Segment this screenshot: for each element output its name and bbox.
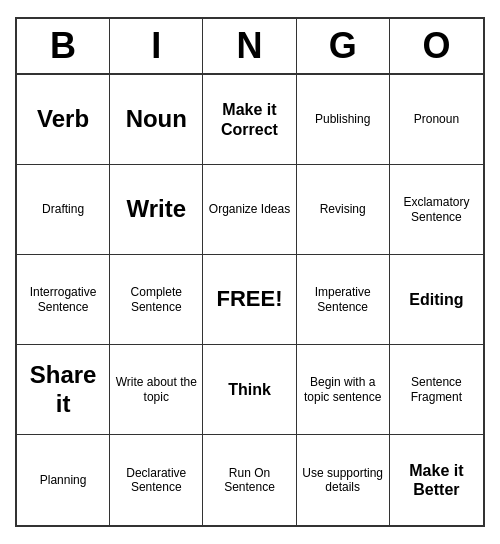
cell-text: Noun bbox=[126, 105, 187, 134]
bingo-cell: Exclamatory Sentence bbox=[390, 165, 483, 255]
cell-text: Planning bbox=[40, 473, 87, 487]
cell-text: Editing bbox=[409, 290, 463, 309]
bingo-cell: FREE! bbox=[203, 255, 296, 345]
cell-text: FREE! bbox=[216, 286, 282, 312]
cell-text: Sentence Fragment bbox=[394, 375, 479, 404]
header-letter: G bbox=[297, 19, 390, 73]
cell-text: Share it bbox=[21, 361, 105, 419]
header-letter: I bbox=[110, 19, 203, 73]
bingo-cell: Verb bbox=[17, 75, 110, 165]
bingo-cell: Revising bbox=[297, 165, 390, 255]
cell-text: Drafting bbox=[42, 202, 84, 216]
bingo-cell: Write bbox=[110, 165, 203, 255]
cell-text: Complete Sentence bbox=[114, 285, 198, 314]
cell-text: Make it Correct bbox=[207, 100, 291, 138]
bingo-cell: Complete Sentence bbox=[110, 255, 203, 345]
bingo-cell: Make it Better bbox=[390, 435, 483, 525]
cell-text: Think bbox=[228, 380, 271, 399]
bingo-cell: Drafting bbox=[17, 165, 110, 255]
bingo-cell: Organize Ideas bbox=[203, 165, 296, 255]
cell-text: Use supporting details bbox=[301, 466, 385, 495]
bingo-cell: Think bbox=[203, 345, 296, 435]
bingo-cell: Publishing bbox=[297, 75, 390, 165]
header-letter: B bbox=[17, 19, 110, 73]
cell-text: Imperative Sentence bbox=[301, 285, 385, 314]
cell-text: Make it Better bbox=[394, 461, 479, 499]
cell-text: Write about the topic bbox=[114, 375, 198, 404]
cell-text: Exclamatory Sentence bbox=[394, 195, 479, 224]
bingo-grid: VerbNounMake it CorrectPublishingPronoun… bbox=[17, 75, 483, 525]
bingo-header: BINGO bbox=[17, 19, 483, 75]
bingo-cell: Begin with a topic sentence bbox=[297, 345, 390, 435]
cell-text: Write bbox=[127, 195, 187, 224]
bingo-card: BINGO VerbNounMake it CorrectPublishingP… bbox=[15, 17, 485, 527]
cell-text: Verb bbox=[37, 105, 89, 134]
cell-text: Run On Sentence bbox=[207, 466, 291, 495]
cell-text: Declarative Sentence bbox=[114, 466, 198, 495]
bingo-cell: Editing bbox=[390, 255, 483, 345]
bingo-cell: Make it Correct bbox=[203, 75, 296, 165]
header-letter: O bbox=[390, 19, 483, 73]
bingo-cell: Planning bbox=[17, 435, 110, 525]
cell-text: Revising bbox=[320, 202, 366, 216]
bingo-cell: Pronoun bbox=[390, 75, 483, 165]
cell-text: Publishing bbox=[315, 112, 370, 126]
cell-text: Pronoun bbox=[414, 112, 459, 126]
bingo-cell: Interrogative Sentence bbox=[17, 255, 110, 345]
bingo-cell: Sentence Fragment bbox=[390, 345, 483, 435]
header-letter: N bbox=[203, 19, 296, 73]
bingo-cell: Use supporting details bbox=[297, 435, 390, 525]
cell-text: Interrogative Sentence bbox=[21, 285, 105, 314]
bingo-cell: Run On Sentence bbox=[203, 435, 296, 525]
cell-text: Organize Ideas bbox=[209, 202, 290, 216]
bingo-cell: Write about the topic bbox=[110, 345, 203, 435]
bingo-cell: Declarative Sentence bbox=[110, 435, 203, 525]
cell-text: Begin with a topic sentence bbox=[301, 375, 385, 404]
bingo-cell: Imperative Sentence bbox=[297, 255, 390, 345]
bingo-cell: Noun bbox=[110, 75, 203, 165]
bingo-cell: Share it bbox=[17, 345, 110, 435]
